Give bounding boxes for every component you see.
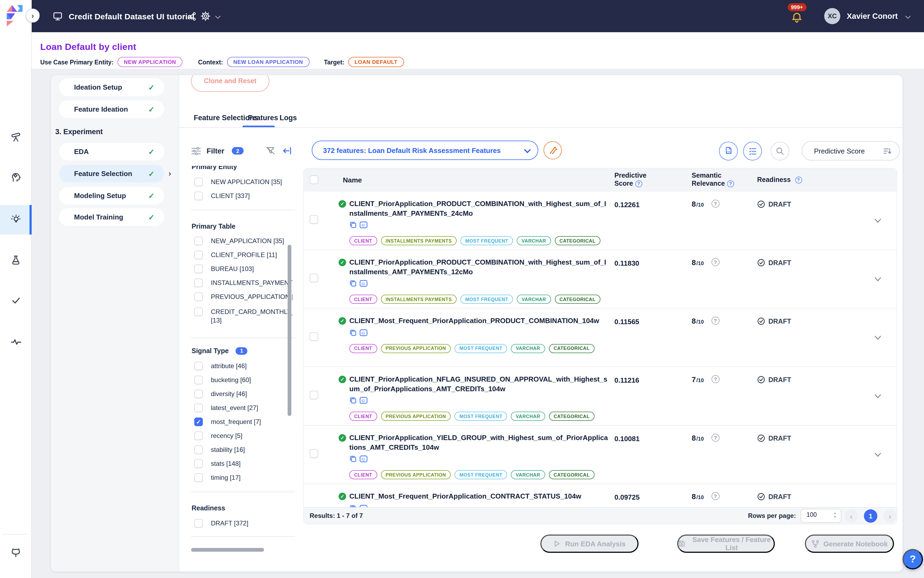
- stepper-icon[interactable]: ▲▼: [833, 511, 836, 518]
- column-readiness[interactable]: Readiness?: [757, 176, 802, 183]
- select-columns-button[interactable]: [743, 142, 762, 161]
- row-checkbox[interactable]: [310, 449, 318, 458]
- save-features-button[interactable]: Save Features / Feature List: [677, 534, 775, 553]
- clear-filter-icon[interactable]: [266, 146, 275, 156]
- step-eda[interactable]: EDA✓: [59, 143, 164, 161]
- row-expand-chevron[interactable]: [874, 216, 882, 225]
- column-semantic-relevance[interactable]: Semantic Relevance?: [692, 172, 734, 188]
- filter-option[interactable]: ✓most_frequent [7]: [191, 415, 295, 429]
- filter-checkbox[interactable]: [194, 473, 203, 482]
- row-expand-chevron[interactable]: [874, 333, 882, 342]
- page-1-button[interactable]: 1: [864, 509, 877, 523]
- filter-option[interactable]: NEW_APPLICATION [35]: [191, 234, 295, 248]
- lightbulb-icon[interactable]: [0, 207, 32, 232]
- check-icon[interactable]: [0, 288, 32, 313]
- id-icon[interactable]: ID: [360, 279, 368, 287]
- workspace-menu-chevron-icon[interactable]: [216, 0, 220, 32]
- relevance-help-icon[interactable]: ?: [711, 492, 719, 500]
- filter-checkbox[interactable]: [194, 251, 203, 259]
- github-icon[interactable]: [0, 541, 32, 565]
- step-modeling-setup[interactable]: Modeling Setup✓: [59, 187, 164, 205]
- feature-name[interactable]: CLIENT_Most_Frequent_PriorApplication_PR…: [349, 316, 609, 325]
- filter-checkbox[interactable]: [194, 404, 203, 412]
- filter-option[interactable]: NEW APPLICATION [35]: [191, 175, 295, 189]
- filter-checkbox[interactable]: [194, 445, 203, 454]
- flask-icon[interactable]: [0, 247, 32, 272]
- user-menu-chevron-icon[interactable]: [906, 0, 910, 32]
- filter-option[interactable]: bucketing [60]: [191, 373, 295, 387]
- search-button[interactable]: [770, 142, 789, 161]
- filter-checkbox[interactable]: [194, 265, 203, 273]
- copy-icon[interactable]: [349, 279, 357, 287]
- feature-name[interactable]: CLIENT_PriorApplication_PRODUCT_COMBINAT…: [349, 199, 609, 218]
- id-icon[interactable]: ID: [360, 455, 368, 463]
- copy-icon[interactable]: [349, 329, 357, 336]
- row-expand-chevron[interactable]: [874, 392, 882, 400]
- filter-checkbox[interactable]: [194, 279, 203, 287]
- filter-vertical-scrollbar[interactable]: [288, 245, 291, 416]
- filter-checkbox[interactable]: [194, 459, 203, 468]
- select-all-checkbox[interactable]: [310, 175, 318, 184]
- filter-checkbox[interactable]: [194, 307, 203, 316]
- generate-notebook-button[interactable]: Generate Notebook: [805, 534, 894, 553]
- filter-option[interactable]: BUREAU [103]: [191, 262, 295, 276]
- export-csv-button[interactable]: CSV: [719, 142, 738, 161]
- telescope-icon[interactable]: [0, 125, 32, 149]
- column-name[interactable]: Name: [343, 176, 362, 184]
- collapse-filter-icon[interactable]: [282, 146, 292, 156]
- relevance-help-icon[interactable]: ?: [711, 200, 719, 208]
- feature-name[interactable]: CLIENT_PriorApplication_YIELD_GROUP_with…: [349, 433, 609, 452]
- step-ideation-setup[interactable]: Ideation Setup✓: [59, 78, 164, 96]
- id-icon[interactable]: ID: [360, 329, 368, 336]
- help-icon[interactable]: ?: [727, 180, 734, 187]
- relevance-help-icon[interactable]: ?: [711, 434, 719, 442]
- row-checkbox[interactable]: [310, 215, 318, 224]
- row-checkbox[interactable]: [310, 391, 318, 399]
- filter-scroll-area[interactable]: Primary Entity NEW APPLICATION [35]CLIEN…: [191, 166, 295, 537]
- row-expand-chevron[interactable]: [874, 450, 882, 459]
- filter-checkbox[interactable]: [194, 390, 203, 398]
- filter-checkbox[interactable]: ✓: [194, 417, 203, 426]
- copy-icon[interactable]: [349, 455, 357, 463]
- id-icon[interactable]: ID: [360, 221, 368, 229]
- filter-checkbox[interactable]: [194, 237, 203, 245]
- head-gear-icon[interactable]: [0, 165, 32, 190]
- id-icon[interactable]: ID: [360, 396, 368, 404]
- relevance-help-icon[interactable]: ?: [711, 317, 719, 325]
- relevance-help-icon[interactable]: ?: [711, 258, 719, 266]
- filter-horizontal-scrollbar[interactable]: [191, 548, 264, 552]
- filter-checkbox[interactable]: [194, 376, 203, 384]
- filter-checkbox[interactable]: [194, 362, 203, 370]
- gear-icon[interactable]: [201, 0, 210, 32]
- filter-option[interactable]: latest_event [27]: [191, 401, 295, 415]
- magic-wand-button[interactable]: [543, 141, 562, 159]
- relevance-help-icon[interactable]: ?: [711, 375, 719, 383]
- filter-option[interactable]: CLIENT [337]: [191, 189, 295, 203]
- filter-checkbox[interactable]: [194, 432, 203, 440]
- tab-features[interactable]: Features: [248, 114, 278, 122]
- share-icon[interactable]: [187, 0, 196, 32]
- filter-option[interactable]: attribute [46]: [191, 359, 295, 373]
- copy-icon[interactable]: [349, 221, 357, 229]
- sort-selector[interactable]: Predictive Score: [802, 141, 900, 161]
- filter-option[interactable]: recency [5]: [191, 429, 295, 443]
- prev-page-button[interactable]: ‹: [845, 509, 858, 523]
- filter-checkbox[interactable]: [194, 292, 203, 301]
- filter-option[interactable]: PREVIOUS_APPLICATION [6: [191, 290, 295, 304]
- clone-and-reset-button[interactable]: Clone and Reset: [191, 75, 269, 92]
- column-predictive-score[interactable]: Predictive Score?: [614, 172, 647, 188]
- feature-name[interactable]: CLIENT_PriorApplication_PRODUCT_COMBINAT…: [349, 258, 609, 276]
- pulse-icon[interactable]: [0, 330, 32, 354]
- feature-name[interactable]: CLIENT_Most_Frequent_PriorApplication_CO…: [349, 492, 609, 501]
- avatar[interactable]: XC: [824, 8, 840, 24]
- filter-option[interactable]: INSTALLMENTS_PAYMENTS: [191, 276, 295, 290]
- rows-per-page-input[interactable]: ▲▼: [801, 509, 841, 523]
- help-icon[interactable]: ?: [635, 180, 642, 187]
- filter-option[interactable]: diversity [46]: [191, 387, 295, 401]
- filter-option[interactable]: CREDIT_CARD_MONTHLY_B [13]: [191, 305, 295, 327]
- row-checkbox[interactable]: [310, 274, 318, 282]
- run-eda-analysis-button[interactable]: Run EDA Analysis: [540, 534, 639, 553]
- filter-option[interactable]: CLIENT_PROFILE [11]: [191, 248, 295, 262]
- filter-checkbox[interactable]: [194, 519, 203, 528]
- help-icon[interactable]: ?: [795, 176, 802, 183]
